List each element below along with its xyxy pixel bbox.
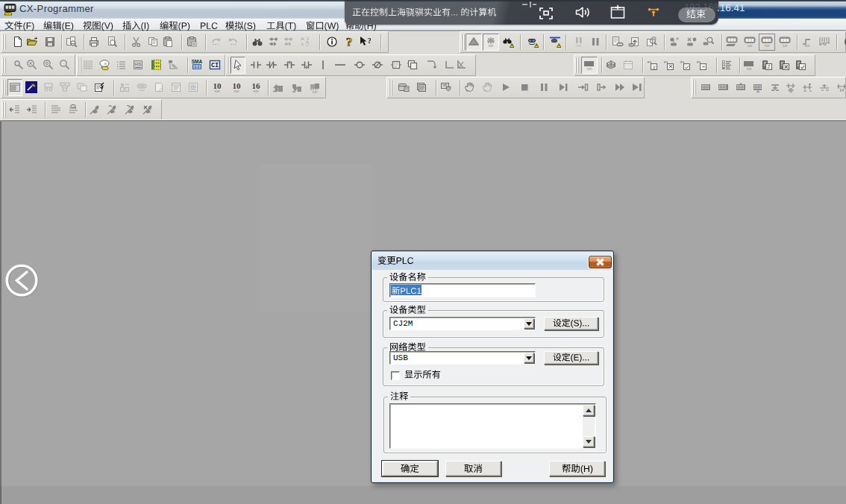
svg-text:run: run <box>587 67 592 71</box>
svg-text:w: w <box>104 61 107 66</box>
svg-text:run: run <box>765 44 770 48</box>
svg-text:run: run <box>489 44 494 48</box>
svg-text:?: ? <box>368 36 372 45</box>
svg-text:run: run <box>748 44 753 48</box>
svg-text:HS: HS <box>135 62 141 66</box>
svg-text:run: run <box>313 90 318 94</box>
svg-text:SMA: SMA <box>192 59 203 64</box>
svg-text:CI: CI <box>211 62 219 69</box>
svg-text:run: run <box>253 89 258 93</box>
svg-text:Z: Z <box>768 65 771 70</box>
svg-text:run: run <box>783 44 788 48</box>
svg-text:run: run <box>577 44 582 48</box>
svg-text:CPU: CPU <box>552 40 557 42</box>
svg-text:run: run <box>214 89 219 93</box>
svg-text:002: 002 <box>190 87 196 91</box>
svg-text:run: run <box>234 89 239 93</box>
svg-text:run: run <box>805 44 810 48</box>
svg-text:run: run <box>747 67 752 71</box>
svg-text:Z: Z <box>653 66 656 71</box>
svg-text:?: ? <box>346 36 353 48</box>
